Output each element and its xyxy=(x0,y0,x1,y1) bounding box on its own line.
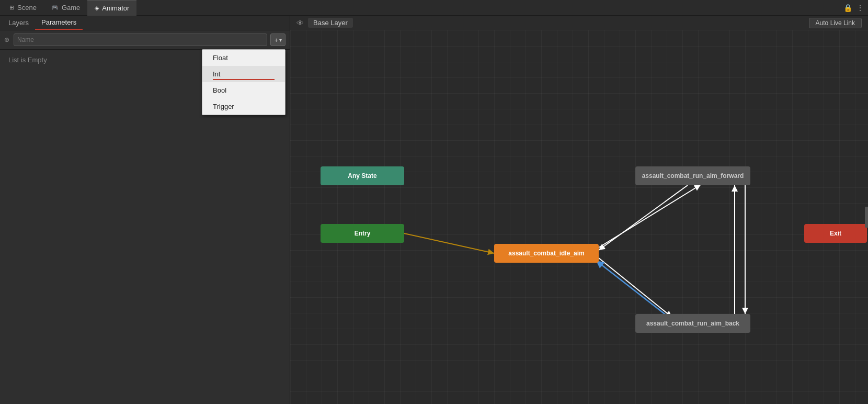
game-icon: 🎮 xyxy=(51,4,59,11)
dropdown-item-trigger[interactable]: Trigger xyxy=(202,98,285,115)
tab-bar: ⊞ Scene 🎮 Game ◈ Animator 🔒 ⋮ xyxy=(0,0,868,16)
node-entry[interactable]: Entry xyxy=(321,224,404,243)
tab-layers[interactable]: Layers xyxy=(2,16,35,30)
search-input[interactable] xyxy=(14,33,267,46)
animator-canvas[interactable]: Any State Entry Exit assault_combat_idle… xyxy=(290,30,868,404)
arrows-svg xyxy=(290,30,868,404)
more-icon[interactable]: ⋮ xyxy=(856,4,864,12)
dropdown-item-bool[interactable]: Bool xyxy=(202,82,285,98)
svg-line-5 xyxy=(599,185,701,248)
dropdown-item-float[interactable]: Float xyxy=(202,50,285,66)
node-assault-combat-run-aim-forward[interactable]: assault_combat_run_aim_forward xyxy=(635,166,750,185)
dropdown-item-int[interactable]: Int xyxy=(202,66,285,82)
svg-line-8 xyxy=(596,261,667,316)
right-panel: 👁 Base Layer Auto Live Link xyxy=(290,16,868,404)
search-icon: ⊕ xyxy=(4,36,9,43)
window-controls: 🔒 ⋮ xyxy=(843,0,868,16)
search-bar: ⊕ + ▾ Float Int Bool Trigger xyxy=(0,30,290,50)
add-parameter-button[interactable]: + ▾ xyxy=(270,33,285,46)
animator-header: 👁 Base Layer Auto Live Link xyxy=(290,16,868,30)
node-assault-combat-idle-aim[interactable]: assault_combat_idle_aim xyxy=(494,244,599,263)
tab-scene[interactable]: ⊞ Scene xyxy=(2,0,44,16)
dropdown-arrow-icon: ▾ xyxy=(279,37,282,43)
breadcrumb: Base Layer xyxy=(308,18,353,28)
animator-icon: ◈ xyxy=(95,5,99,12)
svg-line-7 xyxy=(599,258,672,317)
lock-icon[interactable]: 🔒 xyxy=(843,4,852,12)
parameter-type-dropdown: Float Int Bool Trigger xyxy=(202,49,285,115)
svg-line-6 xyxy=(599,185,688,250)
node-any-state[interactable]: Any State xyxy=(321,166,404,185)
main-layout: Layers Parameters ⊕ + ▾ Float Int xyxy=(0,16,868,404)
resize-handle[interactable] xyxy=(865,207,868,228)
tab-animator[interactable]: ◈ Animator xyxy=(87,0,136,16)
scene-icon: ⊞ xyxy=(9,4,14,11)
tab-game[interactable]: 🎮 Game xyxy=(44,0,87,16)
left-panel: Layers Parameters ⊕ + ▾ Float Int xyxy=(0,16,290,404)
panel-tabs: Layers Parameters xyxy=(0,16,290,30)
node-exit[interactable]: Exit xyxy=(804,224,867,243)
eye-icon[interactable]: 👁 xyxy=(296,19,304,27)
tab-parameters[interactable]: Parameters xyxy=(35,16,83,30)
svg-line-4 xyxy=(404,233,494,253)
auto-live-link-button[interactable]: Auto Live Link xyxy=(809,18,862,28)
node-assault-combat-run-aim-back[interactable]: assault_combat_run_aim_back xyxy=(635,314,750,333)
